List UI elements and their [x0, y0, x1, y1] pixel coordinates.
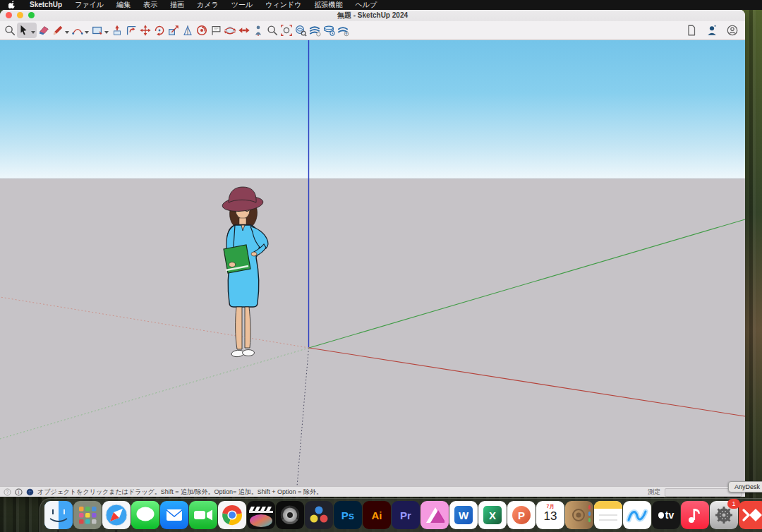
toolbar — [0, 21, 745, 40]
dock-item-photoshop[interactable]: Ps — [334, 501, 362, 529]
dock-item-mail[interactable] — [160, 501, 188, 529]
orbit-tool-icon[interactable] — [223, 23, 237, 38]
apple-logo-glyph — [658, 512, 664, 519]
shapes-tool-dropdown[interactable] — [104, 31, 109, 34]
dock-item-anydesk[interactable] — [739, 501, 762, 529]
measurements-label: 測定 — [648, 488, 660, 497]
trimble-connect-publish-icon[interactable] — [336, 23, 350, 38]
menu-item-edit[interactable]: 編集 — [110, 0, 137, 10]
dock-item-compressor[interactable] — [276, 501, 304, 529]
sky — [0, 40, 745, 179]
menu-item-camera[interactable]: カメラ — [190, 0, 225, 10]
dock-item-calendar[interactable]: 7月13 — [536, 501, 564, 529]
svg-text:?: ? — [6, 490, 9, 495]
dock-item-excel[interactable]: X — [478, 501, 507, 529]
minimize-button[interactable] — [17, 12, 23, 18]
select-tool-dropdown[interactable] — [31, 31, 35, 34]
svg-text:i: i — [18, 490, 20, 495]
powerpoint-letter: P — [512, 506, 531, 524]
window-title: 無題 - SketchUp 2024 — [0, 9, 745, 21]
word-letter: W — [454, 506, 473, 524]
sign-in-person-icon[interactable] — [705, 23, 719, 38]
push-pull-tool-icon[interactable] — [110, 23, 124, 38]
arc-tool-icon[interactable] — [71, 23, 90, 38]
arc-tool-dropdown[interactable] — [85, 31, 89, 34]
calendar-day: 13 — [536, 510, 564, 523]
zoom-extents-tool-icon[interactable] — [279, 23, 294, 38]
rotate-tool-icon[interactable] — [152, 23, 167, 38]
woman-figure-model[interactable] — [207, 181, 284, 362]
illustrator-letter: Ai — [363, 501, 391, 529]
sketchup-window: 無題 - SketchUp 2024 — [0, 9, 745, 497]
close-button[interactable] — [6, 12, 12, 18]
shapes-tool-icon[interactable] — [90, 23, 110, 38]
menu-item-draw[interactable]: 描画 — [164, 0, 190, 10]
zoom-button[interactable] — [28, 12, 35, 18]
dock-item-messages[interactable] — [131, 501, 159, 529]
dock-item-word[interactable]: W — [449, 501, 478, 529]
menu-item-help[interactable]: ヘルプ — [349, 0, 383, 10]
menu-item-window[interactable]: ウィンドウ — [259, 0, 308, 10]
status-bar: ? i オブジェクトをクリックまたはドラッグ。Shift = 追加/除外。Opt… — [0, 486, 745, 497]
dock-item-notes[interactable] — [594, 501, 622, 529]
tv-letters: tv — [665, 509, 674, 521]
help-circle-icon[interactable]: ? — [4, 488, 11, 496]
trimble-connect-sync-icon[interactable] — [308, 23, 322, 38]
line-tool-dropdown[interactable] — [65, 31, 69, 34]
dock-item-chrome[interactable] — [218, 501, 246, 529]
offset-tool-icon[interactable] — [124, 23, 138, 38]
search-icon[interactable] — [3, 23, 17, 38]
line-tool-icon[interactable] — [51, 23, 71, 38]
dock-item-powerpoint[interactable]: P — [507, 501, 536, 529]
dock-item-illustrator[interactable]: Ai — [363, 501, 391, 529]
new-document-icon[interactable] — [684, 23, 698, 38]
select-tool-icon[interactable] — [17, 23, 37, 38]
status-hint-text: オブジェクトをクリックまたはドラッグ。Shift = 追加/除外。Option=… — [37, 488, 322, 497]
viewport-canvas[interactable] — [0, 40, 745, 486]
dock-item-launchpad[interactable] — [73, 501, 102, 529]
dock-item-contacts[interactable] — [565, 501, 593, 529]
menu-item-file[interactable]: ファイル — [68, 0, 110, 10]
tape-measure-tool-icon[interactable] — [181, 23, 195, 38]
menu-item-extensions[interactable]: 拡張機能 — [308, 0, 349, 10]
premiere-letter: Pr — [392, 501, 420, 529]
text-label-tool-icon[interactable] — [209, 23, 223, 38]
paint-bucket-tool-icon[interactable] — [195, 23, 209, 38]
zoom-tool-icon[interactable] — [265, 23, 279, 38]
dock-item-apple-tv[interactable]: tv — [652, 501, 680, 529]
excel-letter: X — [483, 506, 502, 524]
dock-item-facetime[interactable] — [189, 501, 217, 529]
position-camera-tool-icon[interactable] — [251, 23, 265, 38]
dock-item-premiere-pro[interactable]: Pr — [392, 501, 420, 529]
dock-item-freeform[interactable] — [623, 501, 651, 529]
title-bar: 無題 - SketchUp 2024 — [0, 9, 745, 21]
photoshop-letter: Ps — [334, 501, 362, 529]
trimble-connect-history-icon[interactable] — [322, 23, 336, 38]
dock-item-final-cut-pro[interactable] — [247, 501, 275, 529]
search-3d-warehouse-icon[interactable] — [294, 23, 308, 38]
geolocation-globe-icon[interactable] — [26, 488, 34, 496]
menu-bar: SketchUp ファイル 編集 表示 描画 カメラ ツール ウィンドウ 拡張機… — [0, 0, 762, 10]
info-circle-icon[interactable]: i — [15, 488, 23, 496]
dock-item-system-settings[interactable]: 1 — [710, 501, 738, 529]
account-circle-icon[interactable] — [725, 23, 739, 38]
dock: Ps Ai Pr W X P 7月13 tv 1 — [40, 498, 762, 532]
menu-item-view[interactable]: 表示 — [137, 0, 164, 10]
apple-menu-icon[interactable] — [8, 1, 16, 9]
pan-tool-icon[interactable] — [237, 23, 251, 38]
dock-item-music[interactable] — [681, 501, 709, 529]
scale-tool-icon[interactable] — [167, 23, 181, 38]
dock-item-affinity[interactable] — [421, 501, 449, 529]
dock-tooltip: AnyDesk — [728, 481, 762, 492]
move-tool-icon[interactable] — [138, 23, 152, 38]
menu-item-sketchup[interactable]: SketchUp — [23, 0, 68, 10]
menu-item-tools[interactable]: ツール — [225, 0, 259, 10]
ground-plane — [0, 179, 745, 486]
dock-item-finder[interactable] — [44, 501, 73, 529]
dock-item-davinci-resolve[interactable] — [305, 501, 333, 529]
eraser-tool-icon[interactable] — [37, 23, 51, 38]
dock-item-safari[interactable] — [102, 501, 131, 529]
